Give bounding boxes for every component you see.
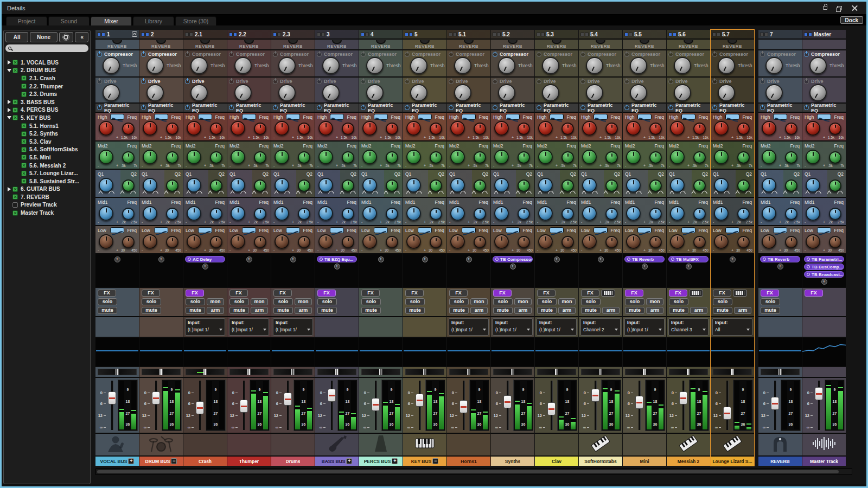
eq-high-freq-knob[interactable] [342, 123, 354, 135]
wide-curve-icon[interactable] [394, 187, 400, 196]
add-plugin-button[interactable]: + [686, 264, 692, 269]
sidebar-track-item[interactable]: ✕5.6. Messiah 2 [5, 162, 88, 170]
track-name-label[interactable]: Master Track [802, 457, 846, 466]
drive-power-icon[interactable] [273, 79, 278, 84]
input-select[interactable]: Input:(L)Input 1/ [449, 318, 489, 336]
plugin-power-icon[interactable] [188, 258, 191, 261]
solo-button[interactable]: solo [186, 298, 205, 305]
volume-fader[interactable] [590, 380, 600, 431]
mute-button[interactable]: mute [493, 307, 513, 314]
eq-high-gain-knob[interactable] [187, 121, 201, 136]
eq-mid1-gain-knob[interactable] [762, 206, 776, 221]
eq-mid1-freq-knob[interactable] [605, 208, 618, 220]
automation-display[interactable] [623, 338, 666, 367]
add-plugin-button[interactable]: + [466, 256, 472, 262]
eq-low-freq-knob[interactable] [649, 236, 662, 248]
eq-high-freq-knob[interactable] [518, 123, 530, 135]
filter-none-button[interactable]: None [30, 32, 58, 42]
sidebar-track-item[interactable]: Preview Track [5, 201, 88, 209]
high-shelf-icon[interactable] [773, 114, 787, 120]
eq-high-freq-knob[interactable] [166, 123, 178, 135]
tab-sound[interactable]: Sound [48, 16, 90, 25]
arm-button[interactable]: arm [514, 307, 532, 314]
add-plugin-button[interactable]: + [378, 256, 384, 262]
eq-mid1-freq-knob[interactable] [298, 208, 310, 220]
eq-mid1-freq-knob[interactable] [737, 208, 750, 220]
eq-power-icon[interactable] [229, 105, 234, 110]
track-name-label[interactable]: Mini [623, 457, 666, 466]
eq-power-icon[interactable] [760, 105, 765, 110]
eq-low-gain-knob[interactable] [626, 234, 641, 249]
sidebar-track-item[interactable]: ✕6. GUITAR BUS [5, 185, 88, 194]
drive-knob[interactable] [809, 84, 827, 101]
volume-fader[interactable] [678, 380, 688, 431]
eq-mid1-gain-knob[interactable] [187, 206, 201, 221]
eq-mid1-freq-knob[interactable] [561, 208, 574, 220]
eq-low-freq-knob[interactable] [254, 236, 266, 248]
eq-low-gain-knob[interactable] [582, 234, 597, 249]
wide-curve-icon[interactable] [570, 187, 576, 196]
add-plugin-button[interactable]: + [290, 256, 296, 262]
eq-high-freq-knob[interactable] [693, 123, 706, 135]
volume-fader[interactable] [414, 380, 424, 431]
pan-slider[interactable] [273, 369, 312, 375]
pan-slider[interactable] [229, 369, 269, 375]
high-shelf-icon[interactable] [550, 114, 564, 120]
eq-mid2-gain-knob[interactable] [450, 150, 465, 164]
reverb-send-knob[interactable] [464, 40, 474, 44]
peak-curve-icon[interactable] [538, 187, 542, 196]
wide-curve-icon[interactable] [745, 187, 751, 196]
solo-button[interactable]: solo [361, 298, 381, 305]
mute-button[interactable]: mute [581, 307, 601, 314]
expand-bus-button[interactable]: + [392, 458, 398, 464]
search-input[interactable] [5, 44, 88, 52]
eq-high-freq-knob[interactable] [474, 123, 486, 135]
channel-header[interactable]: 2.3 [271, 30, 315, 40]
high-shelf-icon[interactable] [242, 114, 256, 120]
eq-high-gain-knob[interactable] [318, 121, 333, 136]
scrollbar-thumb[interactable] [97, 470, 839, 473]
channel-header[interactable]: 3 [315, 30, 359, 40]
eq-low-gain-knob[interactable] [494, 234, 509, 249]
input-select[interactable]: Input:All [712, 318, 752, 336]
drive-knob[interactable] [498, 84, 515, 101]
eq-low-gain-knob[interactable] [362, 234, 377, 249]
wide-curve-icon[interactable] [328, 187, 334, 196]
eq-mid1-gain-knob[interactable] [450, 206, 465, 221]
high-shelf-icon[interactable] [637, 114, 652, 120]
monitor-button[interactable]: mon [646, 298, 663, 305]
pan-slider[interactable] [142, 369, 181, 375]
volume-fader[interactable] [239, 380, 248, 431]
fx-button[interactable]: FX [669, 290, 687, 297]
wide-curve-icon[interactable] [482, 187, 488, 196]
automation-display[interactable] [95, 338, 139, 367]
compressor-thresh-knob[interactable] [322, 57, 340, 74]
eq-mid2-gain-knob[interactable] [670, 150, 685, 164]
arm-button[interactable]: arm [734, 307, 751, 314]
track-checkbox[interactable]: ✕ [21, 92, 27, 97]
eq-mid1-freq-knob[interactable] [122, 208, 135, 220]
eq-power-icon[interactable] [317, 105, 322, 110]
channel-header[interactable]: 1 [95, 30, 139, 40]
eq-high-freq-knob[interactable] [210, 123, 222, 135]
eq-low-gain-knob[interactable] [231, 234, 245, 249]
reverb-send[interactable] [758, 40, 802, 50]
tab-library[interactable]: Library [133, 16, 174, 25]
peak-curve-icon[interactable] [761, 187, 766, 196]
drive-knob[interactable] [674, 84, 691, 101]
track-checkbox[interactable]: ✕ [12, 107, 18, 113]
peak-curve-icon[interactable] [384, 187, 388, 196]
eq-mid2-gain-knob[interactable] [714, 150, 729, 164]
add-plugin-button[interactable]: + [821, 279, 827, 285]
drive-knob[interactable] [586, 84, 603, 101]
monitor-button[interactable]: mon [558, 298, 576, 305]
wide-curve-icon[interactable] [108, 187, 114, 196]
eq-power-icon[interactable] [712, 105, 717, 110]
drive-power-icon[interactable] [624, 79, 629, 84]
eq-mid1-gain-knob[interactable] [626, 206, 641, 221]
compressor-power-icon[interactable] [493, 52, 497, 57]
fader-cap[interactable] [591, 389, 599, 402]
eq-mid1-gain-knob[interactable] [494, 206, 509, 221]
arm-button[interactable]: arm [602, 307, 620, 314]
wide-curve-icon[interactable] [350, 187, 356, 196]
